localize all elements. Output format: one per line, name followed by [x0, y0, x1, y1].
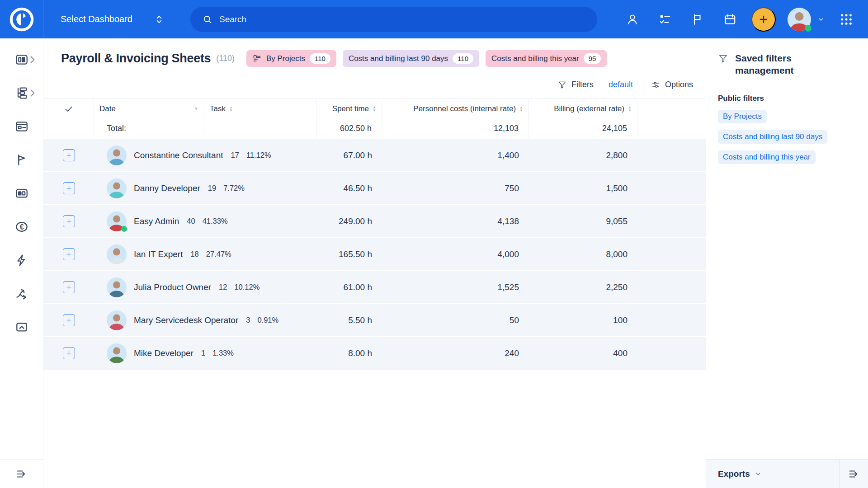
chip-label: Costs and billing last 90 days [349, 54, 448, 63]
sort-arrows-icon[interactable]: ▲▼ [229, 106, 233, 112]
billing-value: 100 [529, 315, 637, 325]
dashboard-chevrons-icon[interactable] [153, 13, 165, 26]
column-header-spent-time[interactable]: Spent time ▲▼ [316, 99, 382, 119]
avatar-photo [107, 178, 127, 198]
table-toolbar: Filters default Options [43, 80, 693, 89]
sort-arrows-icon[interactable]: ▲▼ [373, 106, 376, 112]
expand-row-button[interactable] [63, 149, 75, 161]
topbar-icon-calendar[interactable] [723, 13, 737, 26]
entry-count: 1 [201, 349, 205, 357]
sidebar-item-tree[interactable] [0, 76, 43, 110]
column-header-date[interactable]: Date ▼ [94, 99, 204, 119]
user-name-link[interactable]: Ian IT Expert [134, 249, 183, 259]
filter-chip[interactable]: By Projects 110 [246, 50, 336, 67]
avatar [107, 343, 127, 363]
sort-caret-icon[interactable]: ▼ [194, 107, 198, 111]
user-name-link[interactable]: Mary Servicedesk Operator [134, 315, 238, 325]
sidebar-item-branch[interactable] [0, 277, 43, 310]
total-row: Total: 602.50 h 12,103 24,105 [43, 119, 706, 138]
sort-arrows-icon[interactable]: ▲▼ [519, 106, 523, 112]
percent-share: 27.47% [206, 250, 231, 258]
column-header-personnel-costs[interactable]: Personnel costs (internal rate) ▲▼ [382, 99, 529, 119]
chip-label: By Projects [266, 54, 305, 63]
total-personnel-costs: 12,103 [382, 119, 529, 138]
sidebar-footer [0, 459, 43, 488]
public-filters-heading: Public filters [718, 94, 856, 103]
billing-value: 2,800 [529, 150, 637, 160]
avatar [107, 244, 127, 264]
spent-time-value: 165.50 h [316, 249, 382, 259]
topbar-icon-checklist[interactable] [658, 13, 672, 26]
sidebar-icon [14, 186, 29, 201]
online-status-dot [805, 25, 811, 32]
expand-row-button[interactable] [63, 215, 75, 227]
percent-share: 11.12% [246, 151, 271, 160]
personnel-costs-value: 1,525 [382, 282, 529, 292]
select-all-checkbox[interactable] [43, 99, 94, 119]
sidebar-icon [14, 320, 29, 334]
exports-button[interactable]: Exports [718, 469, 762, 479]
billing-value: 1,500 [529, 183, 637, 193]
sidebar-item-flag[interactable] [0, 143, 43, 177]
sidebar-icon [14, 286, 29, 301]
sidebar-item-euro[interactable]: € [0, 210, 43, 244]
public-filter-link[interactable]: Costs and billing this year [718, 150, 816, 164]
plus-icon [65, 184, 73, 192]
sidebar-collapse-icon[interactable] [15, 468, 28, 480]
expand-row-button[interactable] [63, 281, 75, 293]
user-name-link[interactable]: Constantine Consultant [134, 150, 223, 160]
entry-count: 18 [190, 250, 198, 258]
filters-button[interactable]: Filters [557, 80, 594, 89]
public-filter-link[interactable]: By Projects [718, 110, 767, 123]
expand-row-button[interactable] [63, 347, 75, 359]
global-search[interactable] [190, 7, 597, 32]
panel-collapse-icon[interactable] [848, 468, 860, 480]
saved-filter-chips: By Projects 110 Costs and billing last 9… [246, 50, 607, 67]
user-name-link[interactable]: Danny Developer [134, 183, 200, 193]
personnel-costs-value: 240 [382, 348, 529, 358]
sort-arrows-icon[interactable]: ▲▼ [628, 106, 632, 112]
total-spent-time: 602.50 h [316, 119, 382, 138]
plus-icon [65, 250, 73, 258]
saved-filters-panel: Saved filters management Public filters … [706, 38, 868, 488]
filter-chip[interactable]: Costs and billing this year 95 [486, 50, 607, 67]
sidebar-item-lightning[interactable] [0, 244, 43, 277]
app-logo[interactable] [0, 0, 43, 38]
app-grid-icon[interactable] [839, 12, 854, 27]
filter-chip[interactable]: Costs and billing last 90 days 110 [343, 50, 479, 67]
record-count: (110) [216, 54, 235, 63]
column-header-task[interactable]: Task ▲▼ [204, 99, 316, 119]
default-filter-link[interactable]: default [609, 80, 633, 89]
user-name-link[interactable]: Mike Developer [134, 348, 193, 358]
expand-row-button[interactable] [63, 314, 75, 326]
avatar-photo [107, 277, 127, 297]
avatar [107, 178, 127, 198]
expand-row-button[interactable] [63, 248, 75, 260]
user-avatar[interactable] [788, 8, 811, 31]
sidebar-item-modules[interactable] [0, 177, 43, 210]
column-header-billing[interactable]: Billing (external rate) ▲▼ [529, 99, 637, 119]
quick-add-button[interactable] [751, 7, 776, 32]
chevron-right-icon[interactable] [25, 52, 40, 67]
options-button[interactable]: Options [651, 80, 693, 89]
avatar [107, 277, 127, 297]
select-dashboard-button[interactable]: Select Dashboard [61, 14, 132, 24]
user-name-link[interactable]: Julia Product Owner [134, 282, 211, 292]
topbar-icon-flag2[interactable] [691, 13, 704, 26]
spent-time-value: 5.50 h [316, 315, 382, 325]
public-filter-link[interactable]: Costs and billing last 90 days [718, 130, 827, 144]
sidebar-item-browser[interactable] [0, 110, 43, 143]
search-input[interactable] [219, 14, 585, 24]
user-name-link[interactable]: Easy Admin [134, 216, 179, 226]
personnel-costs-value: 750 [382, 183, 529, 193]
table-row: Julia Product Owner 12 10.12% 61.00 h 1,… [43, 271, 706, 303]
table-row: Mary Servicedesk Operator 3 0.91% 5.50 h… [43, 304, 706, 336]
account-chevron-down-icon[interactable] [816, 15, 826, 24]
chevron-right-icon[interactable] [25, 86, 40, 100]
topbar-icon-user[interactable] [626, 13, 639, 26]
sidebar-item-dashboard[interactable] [0, 43, 43, 76]
expand-row-button[interactable] [63, 182, 75, 194]
payroll-table: Date ▼ Task ▲▼ Spent time ▲▼ Personnel c… [43, 99, 706, 370]
chip-count-badge: 110 [310, 53, 330, 64]
sidebar-item-boxup[interactable] [0, 310, 43, 344]
